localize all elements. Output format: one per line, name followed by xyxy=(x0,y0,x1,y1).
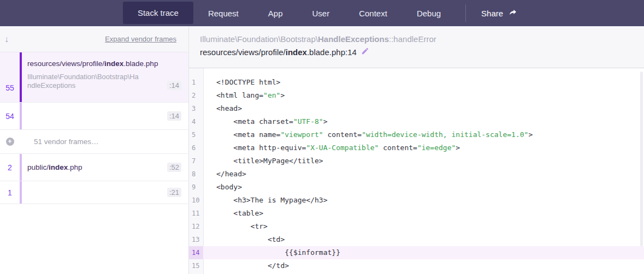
edit-pencil-icon[interactable] xyxy=(361,45,369,59)
vendor-frames-row[interactable]: +51 vendor frames… xyxy=(0,130,188,154)
expand-plus-icon[interactable]: + xyxy=(6,138,14,146)
code-text: <h3>The is Mypage</h3> xyxy=(203,194,644,207)
line-number: 11 xyxy=(189,207,203,220)
frame-line-badge: :14 xyxy=(167,111,181,121)
line-number: 13 xyxy=(189,233,203,246)
code-line: 8</head> xyxy=(189,168,644,181)
code-line: 11 <table> xyxy=(189,207,644,220)
frame-row[interactable]: 54:14 xyxy=(0,103,188,130)
line-number: 1 xyxy=(189,76,203,89)
line-number: 7 xyxy=(189,154,203,168)
share-button-label: Share xyxy=(481,9,503,18)
code-scrollbar[interactable] xyxy=(640,72,643,246)
frame-detail-header: Illuminate\Foundation\Bootstrap\HandleEx… xyxy=(189,26,644,68)
top-navigation: Stack traceRequestAppUserContextDebug Sh… xyxy=(0,0,644,26)
frame-number: 1 xyxy=(8,188,12,197)
code-text: <body> xyxy=(203,181,644,194)
code-text: </td> xyxy=(203,259,644,272)
previous-frame-arrow-icon[interactable]: ↑ xyxy=(0,34,1,44)
code-text: <!DOCTYPE html> xyxy=(203,76,644,89)
frame-detail-panel: Illuminate\Foundation\Bootstrap\HandleEx… xyxy=(189,26,644,274)
nav-tabs: Stack traceRequestAppUserContextDebug xyxy=(123,0,456,26)
frame-class-method: Illuminate\Foundation\Bootstrap\HandleEx… xyxy=(200,33,644,45)
expand-vendor-frames-link[interactable]: Expand vendor frames xyxy=(105,35,176,43)
frame-row[interactable]: 1:21 xyxy=(0,181,188,204)
line-number: 6 xyxy=(189,141,203,154)
code-text: <tr> xyxy=(203,220,644,233)
highlighted-code-line: 14 {{$informat}} xyxy=(189,246,644,259)
frame-gutter: + xyxy=(0,130,20,153)
code-line: 6 <meta http-equiv="X-UA-Compatible" con… xyxy=(189,141,644,154)
frame-file-path: public/index.php xyxy=(27,163,82,171)
vendor-frames-label: 51 vendor frames… xyxy=(27,138,99,146)
line-number: 12 xyxy=(189,220,203,233)
code-text: <html lang="en"> xyxy=(203,89,644,102)
frame-class-name: Illuminate\Foundation\Bootstrap\HandleEx… xyxy=(27,73,140,90)
code-snippet-viewer: 1<!DOCTYPE html>2<html lang="en">3<head>… xyxy=(189,68,644,274)
frame-content: :14 xyxy=(22,103,188,129)
code-text: <title>MyPage</title> xyxy=(203,154,644,168)
code-text: <td> xyxy=(203,233,644,246)
line-number: 4 xyxy=(189,115,203,128)
frame-content: public/index.php:52 xyxy=(22,154,188,181)
tab-context[interactable]: Context xyxy=(344,0,402,26)
code-line: 12 <tr> xyxy=(189,220,644,233)
code-line: 3<head> xyxy=(189,102,644,115)
line-number: 9 xyxy=(189,181,203,194)
code-text: <table> xyxy=(203,207,644,220)
line-number: 8 xyxy=(189,168,203,181)
frame-row[interactable]: 55resources/views/profile/index.blade.ph… xyxy=(0,52,188,103)
frame-content: :21 xyxy=(22,181,188,204)
line-number: 2 xyxy=(189,89,203,102)
code-line: 2<html lang="en"> xyxy=(189,89,644,102)
frame-content: resources/views/profile/index.blade.phpI… xyxy=(22,52,188,102)
next-frame-arrow-icon[interactable]: ↓ xyxy=(4,34,9,44)
code-line: 7 <title>MyPage</title> xyxy=(189,154,644,168)
code-text: </head> xyxy=(203,168,644,181)
sidebar-header: ↑ ↓ Expand vendor frames xyxy=(0,26,188,52)
frame-row[interactable]: 2public/index.php:52 xyxy=(0,154,188,181)
frame-line-badge: :21 xyxy=(167,188,181,197)
frame-gutter: 55 xyxy=(0,52,20,102)
line-number: 15 xyxy=(189,259,203,272)
frame-number: 55 xyxy=(5,84,14,92)
code-text: <meta charset="UTF-8"> xyxy=(203,115,644,128)
code-text: <meta http-equiv="X-UA-Compatible" conte… xyxy=(203,141,644,154)
tab-app[interactable]: App xyxy=(253,0,298,26)
frame-line-badge: :52 xyxy=(167,163,181,172)
code-lines: 1<!DOCTYPE html>2<html lang="en">3<head>… xyxy=(189,76,644,272)
code-line: 13 <td> xyxy=(189,233,644,246)
code-line: 1<!DOCTYPE html> xyxy=(189,76,644,89)
frame-file-path: resources/views/profile/index.blade.php xyxy=(27,59,188,68)
nav-divider xyxy=(465,4,466,22)
tab-debug[interactable]: Debug xyxy=(402,0,456,26)
frame-gutter: 1 xyxy=(0,181,20,204)
frame-number: 2 xyxy=(8,163,12,172)
frame-file-path-text: resources/views/profile/index.blade.php:… xyxy=(200,45,357,59)
main-content: ↑ ↓ Expand vendor frames 55resources/vie… xyxy=(0,26,644,274)
frame-line-badge: :14 xyxy=(167,81,181,90)
frame-content: 51 vendor frames… xyxy=(22,130,188,153)
code-text: {{$informat}} xyxy=(203,246,644,259)
code-line: 15 </td> xyxy=(189,259,644,272)
frame-file-path: resources/views/profile/index.blade.php:… xyxy=(200,45,644,59)
code-line: 9<body> xyxy=(189,181,644,194)
line-number: 5 xyxy=(189,128,203,141)
frame-gutter: 54 xyxy=(0,103,20,129)
tab-stack-trace[interactable]: Stack trace xyxy=(123,2,193,24)
tab-user[interactable]: User xyxy=(298,0,345,26)
code-text: <head> xyxy=(203,102,644,115)
code-line: 5 <meta name="viewport" content="width=d… xyxy=(189,128,644,141)
frame-gutter: 2 xyxy=(0,154,20,181)
code-line: 10 <h3>The is Mypage</h3> xyxy=(189,194,644,207)
line-number: 10 xyxy=(189,194,203,207)
code-line: 4 <meta charset="UTF-8"> xyxy=(189,115,644,128)
line-number: 3 xyxy=(189,102,203,115)
frames-list: 55resources/views/profile/index.blade.ph… xyxy=(0,52,188,204)
code-text: <meta name="viewport" content="width=dev… xyxy=(203,128,644,141)
share-button[interactable]: Share xyxy=(478,0,521,26)
tab-request[interactable]: Request xyxy=(193,0,253,26)
stack-frames-sidebar: ↑ ↓ Expand vendor frames 55resources/vie… xyxy=(0,26,189,274)
frame-number: 54 xyxy=(5,112,14,121)
share-arrow-icon xyxy=(508,8,518,19)
